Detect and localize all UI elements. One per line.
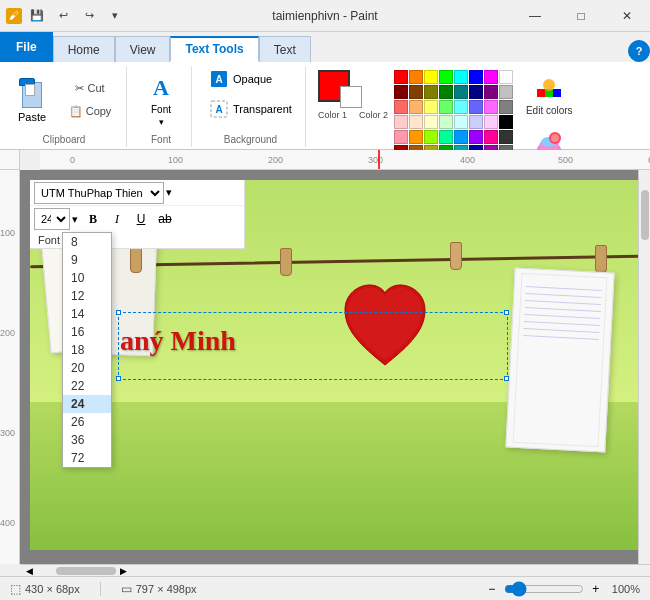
swatch-36[interactable] (454, 130, 468, 144)
swatch-32[interactable] (394, 130, 408, 144)
swatch-24[interactable] (394, 115, 408, 129)
size-10[interactable]: 10 (63, 269, 111, 287)
view-tab[interactable]: View (115, 36, 171, 62)
zoom-out-button[interactable]: − (484, 581, 500, 597)
swatch-31[interactable] (499, 115, 513, 129)
zoom-slider[interactable] (504, 581, 584, 597)
edit-colors-button[interactable]: Edit colors (519, 70, 580, 121)
size-12[interactable]: 12 (63, 287, 111, 305)
swatch-25[interactable] (409, 115, 423, 129)
swatch-35[interactable] (439, 130, 453, 144)
zoom-in-button[interactable]: + (588, 581, 604, 597)
swatch-16[interactable] (394, 100, 408, 114)
background-label: Background (224, 134, 277, 147)
swatch-30[interactable] (484, 115, 498, 129)
swatch-34[interactable] (424, 130, 438, 144)
color2-swatch[interactable] (340, 86, 362, 108)
swatch-10[interactable] (424, 85, 438, 99)
swatch-row-5 (394, 130, 513, 144)
underline-button[interactable]: U (130, 208, 152, 230)
minimize-button[interactable]: — (512, 0, 558, 32)
home-tab[interactable]: Home (53, 36, 115, 62)
swatch-26[interactable] (424, 115, 438, 129)
customize-qat-button[interactable]: ▾ (104, 5, 126, 27)
swatch-17[interactable] (409, 100, 423, 114)
scroll-right-button[interactable]: ▶ (116, 565, 130, 577)
cut-button[interactable]: ✂ Cut (58, 78, 118, 100)
swatch-22[interactable] (484, 100, 498, 114)
save-qat-button[interactable]: 💾 (26, 5, 48, 27)
text-tab[interactable]: Text (259, 36, 311, 62)
font-group: A Font ▾ Font (135, 66, 192, 147)
swatch-7[interactable] (499, 70, 513, 84)
swatch-23[interactable] (499, 100, 513, 114)
hscroll-thumb[interactable] (56, 567, 116, 575)
swatch-4[interactable] (454, 70, 468, 84)
swatch-39[interactable] (499, 130, 513, 144)
swatch-14[interactable] (484, 85, 498, 99)
swatch-29[interactable] (469, 115, 483, 129)
size-16[interactable]: 16 (63, 323, 111, 341)
swatch-6[interactable] (484, 70, 498, 84)
handle-tr[interactable] (504, 310, 509, 315)
size-9[interactable]: 9 (63, 251, 111, 269)
swatch-11[interactable] (439, 85, 453, 99)
redo-qat-button[interactable]: ↪ (78, 5, 100, 27)
size-20[interactable]: 20 (63, 359, 111, 377)
swatch-0[interactable] (394, 70, 408, 84)
swatch-38[interactable] (484, 130, 498, 144)
swatch-15[interactable] (499, 85, 513, 99)
swatch-3[interactable] (439, 70, 453, 84)
text-tools-tab[interactable]: Text Tools (170, 36, 258, 62)
close-button[interactable]: ✕ (604, 0, 650, 32)
strikethrough-button[interactable]: ab (154, 208, 176, 230)
swatch-12[interactable] (454, 85, 468, 99)
vscroll-thumb[interactable] (641, 190, 649, 240)
size-26[interactable]: 26 (63, 413, 111, 431)
font-name-select[interactable]: UTM ThuPhap Thien An ▾ (34, 182, 164, 204)
handle-bl[interactable] (116, 376, 121, 381)
image-area: aný Minh (30, 180, 640, 550)
file-tab[interactable]: File (0, 32, 53, 62)
swatch-1[interactable] (409, 70, 423, 84)
size-14[interactable]: 14 (63, 305, 111, 323)
swatch-21[interactable] (469, 100, 483, 114)
size-8[interactable]: 8 (63, 233, 111, 251)
handle-tl[interactable] (116, 310, 121, 315)
swatch-27[interactable] (439, 115, 453, 129)
swatch-9[interactable] (409, 85, 423, 99)
horizontal-scrollbar[interactable]: ◀ ▶ (20, 564, 650, 576)
font-size-dropdown[interactable]: 8 9 10 12 14 16 18 20 22 24 26 (62, 232, 112, 468)
scroll-left-button[interactable]: ◀ (22, 565, 36, 577)
swatch-19[interactable] (439, 100, 453, 114)
swatch-37[interactable] (469, 130, 483, 144)
size-36[interactable]: 36 (63, 431, 111, 449)
swatch-28[interactable] (454, 115, 468, 129)
size-18[interactable]: 18 (63, 341, 111, 359)
swatch-2[interactable] (424, 70, 438, 84)
italic-button[interactable]: I (106, 208, 128, 230)
swatch-20[interactable] (454, 100, 468, 114)
opaque-label: Opaque (233, 73, 272, 85)
swatch-8[interactable] (394, 85, 408, 99)
opaque-option[interactable]: A Opaque (204, 66, 277, 92)
paste-button[interactable]: Paste (10, 75, 54, 126)
help-button[interactable]: ? (628, 40, 650, 62)
font-button[interactable]: A Font ▾ (139, 69, 183, 132)
swatch-13[interactable] (469, 85, 483, 99)
font-size-select[interactable]: 24 (34, 208, 70, 230)
swatch-5[interactable] (469, 70, 483, 84)
swatch-18[interactable] (424, 100, 438, 114)
undo-qat-button[interactable]: ↩ (52, 5, 74, 27)
swatch-33[interactable] (409, 130, 423, 144)
size-24[interactable]: 24 (63, 395, 111, 413)
maximize-button[interactable]: □ (558, 0, 604, 32)
size-22[interactable]: 22 (63, 377, 111, 395)
size-72[interactable]: 72 (63, 449, 111, 467)
handle-br[interactable] (504, 376, 509, 381)
vertical-scrollbar[interactable] (638, 170, 650, 564)
canvas-scroll-area[interactable]: aný Minh (20, 170, 650, 564)
copy-button[interactable]: 📋 Copy (58, 101, 118, 123)
transparent-option[interactable]: A Transparent (204, 96, 297, 122)
bold-button[interactable]: B (82, 208, 104, 230)
